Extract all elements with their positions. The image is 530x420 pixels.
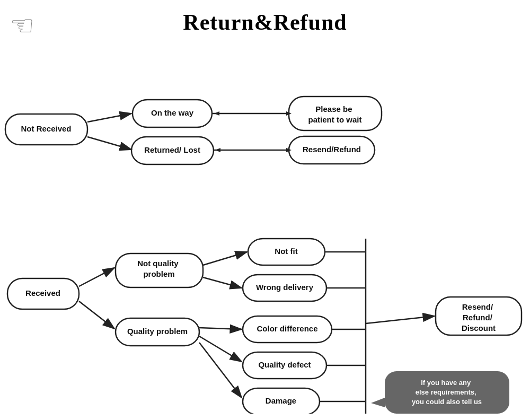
arrow-conn-rrd <box>366 316 435 323</box>
arrow-nr-rl <box>87 137 131 150</box>
arrow-rl-rr-head2 <box>215 148 220 152</box>
arrow-ow-pw-head2 <box>214 111 219 116</box>
page-title: Return&Refund <box>0 0 530 35</box>
not-fit-label: Not fit <box>275 247 297 256</box>
hand-icon: ☞ <box>10 10 34 41</box>
resend-refund-top-label: Resend/Refund <box>303 145 361 154</box>
received-label: Received <box>25 288 60 298</box>
flowchart: Not Received On the way Returned/ Lost P… <box>0 58 530 414</box>
color-diff-label: Color difference <box>257 324 317 333</box>
returned-lost-label: Returned/ Lost <box>144 145 200 154</box>
page: ☞ Return&Refund Not Received On the way … <box>0 0 530 420</box>
arrow-nqp-wd <box>203 277 242 288</box>
please-wait-node <box>289 97 382 130</box>
arrow-nr-ow <box>87 113 131 122</box>
arrow-rec-qp <box>79 301 114 329</box>
on-the-way-label: On the way <box>151 108 194 117</box>
speech-bubble-tail <box>371 398 385 407</box>
arrow-qp-qd <box>199 336 242 362</box>
quality-defect-label: Quality defect <box>258 360 311 369</box>
arrow-qp-cd <box>199 328 242 329</box>
speech-text: If you have any else requirements, you c… <box>412 379 482 406</box>
arrow-qp-dm <box>199 343 242 398</box>
arrow-rec-nqp <box>79 268 114 286</box>
damage-label: Damage <box>266 396 296 405</box>
not-received-label: Not Received <box>21 124 71 133</box>
quality-problem-label: Quality problem <box>127 327 188 336</box>
arrow-nqp-nf <box>203 252 247 265</box>
wrong-delivery-label: Wrong delivery <box>256 283 314 292</box>
resend-refund-discount-label: Resend/ Refund/ Discount <box>462 302 496 332</box>
